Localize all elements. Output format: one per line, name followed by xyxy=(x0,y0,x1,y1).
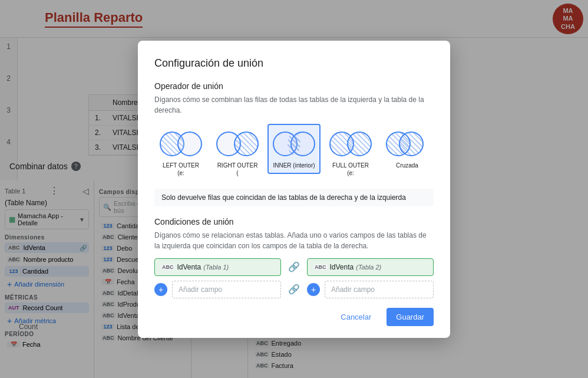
join-options: LEFT OUTER (e: RIGHT OUTER ( INNER (inte xyxy=(154,124,434,182)
join-full-outer-label: FULL OUTER (e: xyxy=(329,162,372,177)
add-left-placeholder: Añadir campo xyxy=(179,285,222,294)
cond-left-field-name: IdVenta xyxy=(177,263,201,271)
link-button[interactable]: 🔗 xyxy=(286,259,302,275)
modal-footer: Cancelar Guardar xyxy=(154,308,434,326)
modal-overlay: Configuración de unión Operador de unión… xyxy=(0,0,588,378)
cancel-button[interactable]: Cancelar xyxy=(331,308,381,326)
join-inner[interactable]: INNER (interior) xyxy=(267,124,321,174)
cond-right-table: (Tabla 2) xyxy=(356,264,381,271)
conditions-section-title: Condiciones de unión xyxy=(154,217,434,226)
add-left-field[interactable]: Añadir campo xyxy=(172,281,281,298)
add-condition-plus-btn[interactable]: + xyxy=(154,283,167,296)
modal: Configuración de unión Operador de unión… xyxy=(138,41,450,338)
join-inner-label: INNER (interior) xyxy=(273,162,315,169)
add-right-field[interactable]: Añadir campo xyxy=(325,281,434,298)
cond-right-field[interactable]: ABC IdVenta (Tabla 2) xyxy=(307,258,434,276)
link-btn-add: 🔗 xyxy=(286,281,302,298)
operator-desc: Díganos cómo se combinan las filas de to… xyxy=(154,94,434,116)
add-condition-plus-btn-right[interactable]: + xyxy=(307,283,320,296)
join-left-outer-label: LEFT OUTER (e: xyxy=(159,162,203,177)
join-right-outer[interactable]: RIGHT OUTER ( xyxy=(211,124,264,182)
join-full-outer[interactable]: FULL OUTER (e: xyxy=(324,124,377,182)
operator-section-title: Operador de unión xyxy=(154,81,434,91)
join-right-outer-label: RIGHT OUTER ( xyxy=(216,162,259,177)
condition-row-1: ABC IdVenta (Tabla 1) 🔗 ABC IdVenta (Tab… xyxy=(154,258,434,276)
join-left-outer[interactable]: LEFT OUTER (e: xyxy=(154,124,207,182)
join-cruzada[interactable]: Cruzada xyxy=(381,124,434,174)
cond-left-table: (Tabla 1) xyxy=(203,264,229,271)
cond-left-field[interactable]: ABC IdVenta (Tabla 1) xyxy=(154,258,281,276)
save-button[interactable]: Guardar xyxy=(387,308,434,326)
join-selected-desc: Solo devuelve filas que coincidan de las… xyxy=(154,189,434,206)
condition-add-row: + Añadir campo 🔗 + Añadir campo xyxy=(154,281,434,298)
add-right-placeholder: Añadir campo xyxy=(331,285,375,294)
conditions-desc: Díganos cómo se relacionan estas tablas.… xyxy=(154,230,434,251)
cond-right-field-name: IdVenta xyxy=(330,263,354,271)
modal-title: Configuración de unión xyxy=(154,57,434,70)
join-cruzada-label: Cruzada xyxy=(396,162,418,169)
